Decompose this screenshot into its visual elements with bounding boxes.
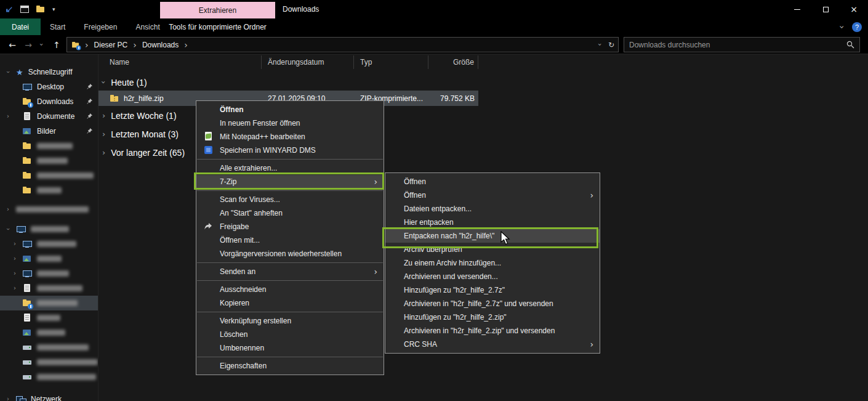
sidebar-item-redacted[interactable] (0, 340, 98, 355)
sidebar-item-redacted[interactable] (0, 355, 98, 370)
folder-icon (22, 171, 32, 180)
recent-locations-button[interactable]: › (37, 35, 46, 54)
qat-window-icon[interactable] (20, 6, 29, 13)
sidebar-item-downloads-selected[interactable] (0, 296, 98, 310)
sidebar-item-redacted[interactable]: › (0, 202, 98, 217)
folder-icon (22, 328, 32, 338)
breadcrumb-downloads[interactable]: Downloads (141, 41, 180, 49)
expander-icon[interactable]: › (14, 241, 16, 247)
zip-item-open-submenu[interactable]: Öffnen› (385, 188, 600, 202)
zip-item-extract-files[interactable]: Dateien entpacken... (385, 202, 600, 216)
sidebar-item-redacted[interactable]: › (0, 281, 98, 296)
sidebar-item-quick-access[interactable]: › ★ Schnellzugriff (0, 65, 98, 79)
breadcrumb-chevron-icon[interactable]: › (133, 41, 137, 49)
column-header-name[interactable]: Name (98, 55, 262, 69)
address-history-icon[interactable]: › (596, 43, 603, 46)
context-item-copy[interactable]: Kopieren (196, 296, 384, 310)
group-collapsed-icon[interactable]: › (102, 148, 105, 156)
zip-item-compress-to-7z-and-email[interactable]: Archivieren in "h2r_hilfe_2.7z" und vers… (385, 297, 600, 310)
zip-item-open[interactable]: Öffnen (385, 175, 600, 188)
zip-item-add-to-zip[interactable]: Hinzufügen zu "h2r_hilfe_2.zip" (385, 310, 600, 324)
sidebar-item-this-pc[interactable]: › (0, 222, 98, 237)
search-input[interactable] (624, 41, 846, 49)
context-item-share[interactable]: Freigabe (196, 220, 384, 233)
tab-start[interactable]: Start (41, 18, 74, 35)
sidebar-item-netzwerk[interactable]: › Netzwerk (0, 392, 98, 401)
zip-item-add-to-7z[interactable]: Hinzufügen zu "h2r_hilfe_2.7z" (385, 283, 600, 297)
sidebar-item-downloads[interactable]: Downloads (0, 94, 98, 109)
minimize-button[interactable] (783, 0, 811, 18)
sidebar-item-redacted[interactable] (0, 183, 98, 198)
sidebar-item-redacted[interactable] (0, 168, 98, 183)
context-item-rename[interactable]: Umbenennen (196, 341, 384, 355)
group-collapsed-icon[interactable]: › (102, 111, 105, 119)
zip-item-compress-and-email[interactable]: Archivieren und versenden... (385, 270, 600, 283)
sidebar-item-redacted[interactable]: › (0, 237, 98, 251)
context-item-pin-to-start[interactable]: An "Start" anheften (196, 206, 384, 220)
sidebar-item-bilder[interactable]: Bilder (0, 124, 98, 139)
tab-tools-komprimierte-ordner[interactable]: Tools für komprimierte Ordner (160, 18, 275, 35)
expander-icon[interactable]: › (5, 71, 11, 73)
sidebar-item-redacted[interactable] (0, 325, 98, 340)
sidebar-item-redacted[interactable] (0, 153, 98, 168)
help-icon[interactable]: ? (852, 22, 862, 32)
maximize-button[interactable] (811, 0, 840, 18)
zip-item-compress-to-zip-and-email[interactable]: Archivieren in "h2r_hilfe_2.zip" und ver… (385, 324, 600, 338)
column-header-type[interactable]: Typ (354, 55, 428, 69)
tab-datei[interactable]: Datei (0, 18, 41, 35)
context-item-properties[interactable]: Eigenschaften (196, 359, 384, 373)
context-item-create-shortcut[interactable]: Verknüpfung erstellen (196, 314, 384, 328)
tab-freigeben[interactable]: Freigeben (74, 18, 126, 35)
context-item-delete[interactable]: Löschen (196, 328, 384, 341)
expander-icon[interactable]: › (5, 228, 11, 230)
sidebar-item-redacted[interactable] (0, 139, 98, 153)
expander-icon[interactable]: › (7, 113, 9, 119)
breadcrumb-chevron-icon[interactable]: › (184, 41, 188, 49)
sidebar-item-redacted[interactable]: › (0, 251, 98, 266)
up-button[interactable]: ↑ (49, 35, 64, 54)
context-item-save-winyard-dms[interactable]: Speichern in WINYARD DMS (196, 144, 384, 157)
refresh-icon[interactable]: ↻ (608, 41, 614, 49)
menu-separator (197, 280, 383, 281)
context-item-open[interactable]: Öffnen (196, 103, 384, 116)
column-header-modified[interactable]: Änderungsdatum (262, 55, 354, 69)
context-item-scan-for-viruses[interactable]: Scan for Viruses... (196, 193, 384, 206)
context-item-cut[interactable]: Ausschneiden (196, 283, 384, 296)
breadcrumb-chevron-icon[interactable]: › (85, 41, 89, 49)
group-collapsed-icon[interactable]: › (102, 130, 105, 138)
ribbon-collapse-icon[interactable]: › (838, 25, 846, 29)
forward-button[interactable]: → (21, 35, 36, 54)
close-button[interactable]: × (840, 0, 868, 18)
zip-item-add-to-archive[interactable]: Zu einem Archiv hinzufügen... (385, 256, 600, 270)
search-icon[interactable] (846, 41, 854, 49)
expander-icon[interactable]: › (7, 206, 9, 213)
sidebar-item-dokumente[interactable]: › Dokumente (0, 109, 98, 124)
group-header-heute[interactable]: › Heute (1) (102, 74, 868, 91)
expander-icon[interactable]: › (14, 285, 16, 291)
pictures-icon (22, 126, 32, 136)
qat-dropdown-icon[interactable]: ▾ (52, 6, 55, 12)
explorer-window: ▾ Extrahieren Downloads × Datei Start Fr… (0, 0, 868, 401)
zip-item-crc-sha[interactable]: CRC SHA› (385, 338, 600, 351)
qat-folder-icon[interactable] (36, 4, 46, 14)
context-item-open-new-window[interactable]: In neuem Fenster öffnen (196, 116, 384, 130)
address-bar[interactable]: › Dieser PC › Downloads › › ↻ (66, 37, 619, 52)
expander-icon[interactable]: › (14, 256, 16, 262)
context-item-send-to[interactable]: Senden an› (196, 265, 384, 278)
group-expanded-icon[interactable]: › (100, 81, 108, 84)
zip-submenu: Öffnen Öffnen› Dateien entpacken... Hier… (385, 172, 600, 354)
column-header-size[interactable]: Größe (428, 55, 478, 69)
context-item-edit-notepadpp[interactable]: Mit Notepad++ bearbeiten (196, 130, 384, 144)
redacted-label (37, 285, 82, 291)
expander-icon[interactable]: › (14, 270, 16, 277)
sidebar-item-redacted[interactable] (0, 310, 98, 325)
back-button[interactable]: ← (5, 35, 20, 54)
breadcrumb-dieser-pc[interactable]: Dieser PC (93, 41, 129, 49)
sidebar-item-redacted[interactable]: › (0, 266, 98, 281)
sidebar-item-redacted[interactable] (0, 370, 98, 384)
sidebar-item-desktop[interactable]: Desktop (0, 79, 98, 94)
maximize-icon (823, 7, 829, 12)
context-item-restore-previous-versions[interactable]: Vorgängerversionen wiederherstellen (196, 247, 384, 261)
expander-icon[interactable]: › (7, 396, 9, 401)
context-item-open-with[interactable]: Öffnen mit... (196, 233, 384, 247)
